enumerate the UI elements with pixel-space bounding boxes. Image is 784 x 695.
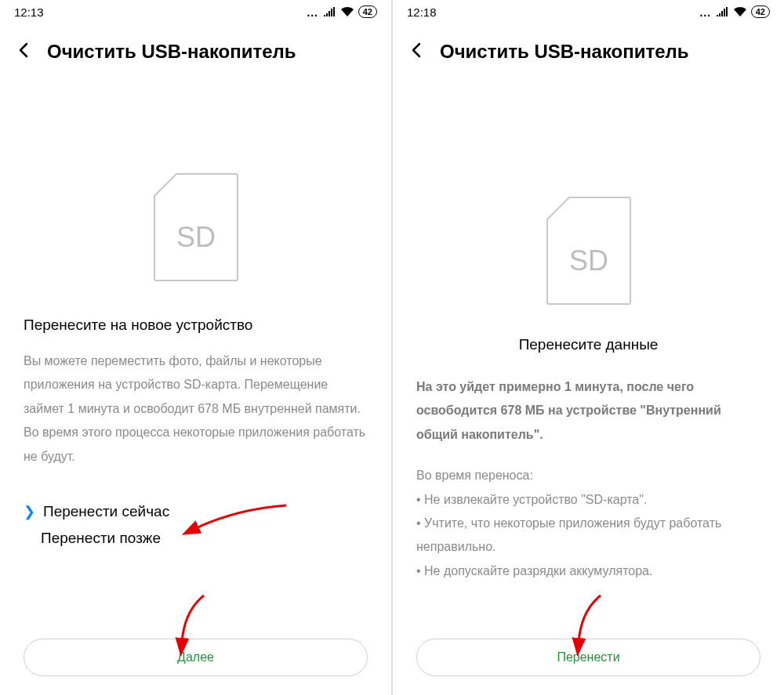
signal-bars-icon <box>717 5 729 19</box>
page-title: Очистить USB-накопитель <box>47 41 296 63</box>
signal-bars-icon <box>324 5 336 19</box>
status-icons: … 42 <box>307 5 377 19</box>
section-subtitle: Перенесите на новое устройство <box>24 317 368 334</box>
transfer-button[interactable]: Перенести <box>416 639 760 676</box>
status-bar: 12:18 … 42 <box>393 0 784 24</box>
chevron-right-icon: ❯ <box>24 503 35 520</box>
back-icon[interactable] <box>14 41 33 63</box>
page-header: Очистить USB-накопитель <box>393 24 784 71</box>
signal-dots-icon: … <box>307 5 319 19</box>
option-label: Перенести позже <box>41 530 161 547</box>
button-label: Далее <box>177 650 214 664</box>
wifi-icon <box>734 5 746 19</box>
section-subtitle: Перенесите данные <box>416 336 760 353</box>
button-label: Перенести <box>557 650 619 664</box>
sd-card-icon: SD <box>546 196 632 309</box>
page-title: Очистить USB-накопитель <box>440 41 689 63</box>
transfer-options: ❯ Перенести сейчас Перенести позже <box>24 498 368 552</box>
page-header: Очистить USB-накопитель <box>0 24 391 71</box>
status-icons: … 42 <box>699 5 770 19</box>
svg-text:SD: SD <box>176 221 215 253</box>
status-time: 12:18 <box>407 5 437 19</box>
phone-screen-left: 12:13 … 42 Очистить USB-накопитель SD Пе… <box>0 0 391 695</box>
status-bar: 12:13 … 42 <box>0 0 391 24</box>
option-label: Перенести сейчас <box>43 503 169 520</box>
sd-card-icon: SD <box>153 172 239 285</box>
wifi-icon <box>341 5 354 19</box>
list-item: • Не допускайте разрядки аккумулятора. <box>416 559 760 583</box>
battery-icon: 42 <box>358 5 377 18</box>
list-item: • Учтите, что некоторые приложения будут… <box>416 512 760 559</box>
body-text-bold: На это уйдет примерно 1 минута, после че… <box>416 375 760 447</box>
phone-screen-right: 12:18 … 42 Очистить USB-накопитель SD Пе… <box>393 0 784 695</box>
body-text: Вы можете переместить фото, файлы и неко… <box>24 349 368 469</box>
option-transfer-later[interactable]: Перенести позже <box>24 525 368 552</box>
list-heading: Во время переноса: <box>416 464 760 487</box>
battery-icon: 42 <box>751 5 770 18</box>
back-icon[interactable] <box>407 41 426 63</box>
option-transfer-now[interactable]: ❯ Перенести сейчас <box>24 498 368 525</box>
next-button[interactable]: Далее <box>24 639 368 676</box>
svg-text:SD: SD <box>568 244 608 277</box>
status-time: 12:13 <box>14 5 44 19</box>
signal-dots-icon: … <box>699 5 712 19</box>
list-item: • Не извлекайте устройство "SD-карта". <box>416 488 760 512</box>
